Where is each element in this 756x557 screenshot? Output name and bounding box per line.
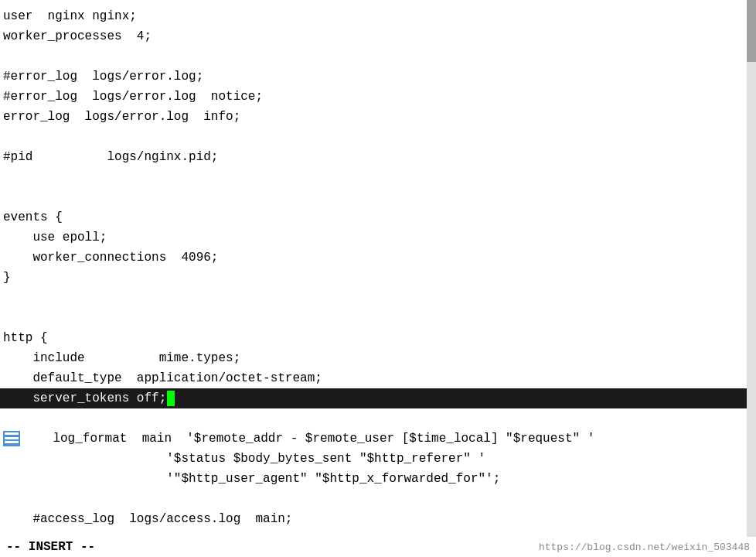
code-line: } [0, 268, 756, 288]
status-bar: -- INSERT -- https://blog.csdn.net/weixi… [0, 537, 756, 557]
code-line: #pid logs/nginx.pid; [0, 147, 756, 167]
line-text: #access_log logs/access.log main; [3, 509, 292, 529]
code-line: events { [0, 207, 756, 227]
line-text: worker_processes 4; [3, 26, 152, 46]
scrollbar[interactable] [747, 0, 756, 537]
line-text: use epoll; [3, 227, 107, 248]
code-line [0, 187, 756, 207]
line-text: user nginx nginx; [3, 6, 137, 26]
line-text: events { [3, 207, 63, 227]
code-line: worker_connections 4096; [0, 248, 756, 268]
code-line: log_format main '$remote_addr - $remote_… [0, 429, 756, 449]
line-text: #error_log logs/error.log; [3, 67, 203, 87]
scrollbar-thumb[interactable] [747, 0, 756, 62]
code-line [0, 489, 756, 509]
line-text: '"$http_user_agent" "$http_x_forwarded_f… [3, 469, 500, 489]
code-line: use epoll; [0, 227, 756, 248]
line-text: worker_connections 4096; [3, 248, 218, 268]
code-line [0, 46, 756, 67]
code-line [0, 288, 756, 308]
line-text: log_format main '$remote_addr - $remote_… [23, 429, 594, 449]
code-line: #error_log logs/error.log; [0, 67, 756, 87]
line-text: #pid logs/nginx.pid; [3, 147, 218, 167]
line-text: server_tokens off; [3, 388, 166, 408]
insert-mode-label: -- INSERT -- [6, 540, 95, 554]
line-text: http { [3, 328, 48, 348]
text-cursor [167, 391, 175, 406]
code-line: user nginx nginx; [0, 6, 756, 26]
code-line: #access_log logs/access.log main; [0, 509, 756, 529]
editor-wrapper: user nginx nginx;worker_processes 4;#err… [0, 0, 756, 537]
code-line: http { [0, 328, 756, 348]
snippet-icon [3, 431, 20, 446]
url-watermark: https://blog.csdn.net/weixin_503448 [539, 542, 750, 553]
line-text: #error_log logs/error.log notice; [3, 87, 263, 107]
line-text: include mime.types; [3, 348, 240, 368]
line-text: '$status $body_bytes_sent "$http_referer… [3, 449, 485, 469]
line-text: } [3, 268, 11, 288]
code-line: include mime.types; [0, 348, 756, 368]
line-text: error_log logs/error.log info; [3, 107, 240, 127]
editor-area[interactable]: user nginx nginx;worker_processes 4;#err… [0, 0, 756, 535]
code-line [0, 167, 756, 187]
code-line: #error_log logs/error.log notice; [0, 87, 756, 107]
code-line: '"$http_user_agent" "$http_x_forwarded_f… [0, 469, 756, 489]
line-text: default_type application/octet-stream; [3, 368, 322, 388]
code-line [0, 127, 756, 147]
code-line: error_log logs/error.log info; [0, 107, 756, 127]
code-line: worker_processes 4; [0, 26, 756, 46]
code-line: default_type application/octet-stream; [0, 368, 756, 388]
code-line: '$status $body_bytes_sent "$http_referer… [0, 449, 756, 469]
code-line [0, 408, 756, 429]
code-line [0, 308, 756, 328]
code-line: server_tokens off; [0, 388, 756, 408]
